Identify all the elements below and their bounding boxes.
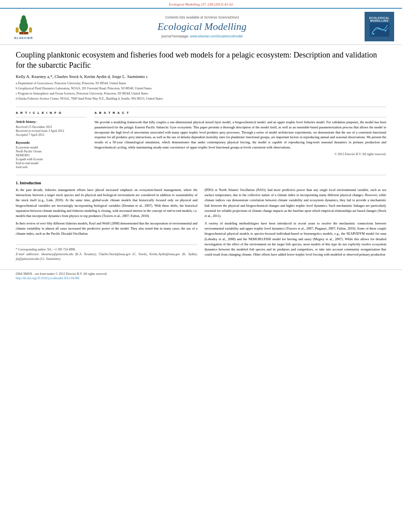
article-info-column: A R T I C L E I N F O Article history: R… bbox=[16, 111, 87, 169]
corresponding-author: * Corresponding author. Tel.: +1 305 724… bbox=[16, 247, 198, 252]
copyright: © 2012 Elsevier B.V. All rights reserved… bbox=[94, 152, 386, 156]
doi-line: http://dx.doi.org/10.1016/j.ecolmodel.20… bbox=[16, 276, 386, 280]
authors: Kelly A. Kearney a,*, Charles Stock b, K… bbox=[16, 74, 386, 79]
footnotes: * Corresponding author. Tel.: +1 305 724… bbox=[16, 245, 198, 261]
journal-homepage: journal homepage: www.elsevier.com/locat… bbox=[39, 34, 365, 38]
keyword-6: food web bbox=[16, 165, 87, 169]
svg-point-11 bbox=[385, 30, 386, 32]
keyword-3: NEMURO bbox=[16, 154, 87, 157]
journal-header: ELSEVIER Contents lists available at Sci… bbox=[0, 8, 402, 45]
svg-point-9 bbox=[373, 33, 374, 35]
body-col-right: (PDO) or North Atlantic Oscillation (NAO… bbox=[205, 187, 387, 261]
body-para-3: (PDO) or North Atlantic Oscillation (NAO… bbox=[205, 187, 387, 219]
keywords-label: Keywords: bbox=[16, 141, 87, 145]
body-columns: In the past decade, fisheries management… bbox=[16, 187, 386, 261]
body-col-left: In the past decade, fisheries management… bbox=[16, 187, 198, 261]
keywords-section: Keywords: Ecosystem model North Pacific … bbox=[16, 141, 87, 169]
section1-heading: 1. Introduction bbox=[16, 181, 386, 185]
email-addresses: E-mail addresses: kkearney@princeton.edu… bbox=[16, 252, 198, 261]
elsevier-logo: ELSEVIER bbox=[8, 14, 39, 40]
abstract-label: A B S T R A C T bbox=[94, 111, 386, 115]
accepted-date: Accepted 7 April 2012 bbox=[16, 133, 87, 137]
journal-logo-right: ECOLOGICAL MODELLING bbox=[365, 12, 394, 41]
issn-line: 0304-3800/$ – see front matter © 2012 El… bbox=[16, 272, 386, 276]
received-date: Received 15 December 2011 bbox=[16, 125, 87, 129]
article-info-abstract: A R T I C L E I N F O Article history: R… bbox=[16, 107, 386, 169]
svg-point-3 bbox=[21, 15, 26, 21]
journal-center: Contents lists available at SciVerse Sci… bbox=[39, 15, 365, 38]
body-para-1: In the past decade, fisheries management… bbox=[16, 187, 198, 219]
body-para-2: In their review of over fifty different … bbox=[16, 221, 198, 237]
elsevier-tree-icon bbox=[13, 14, 35, 35]
journal-ref-text: Ecological Modelling 237–238 (2012) 43–6… bbox=[169, 2, 233, 6]
journal-logo-icon bbox=[370, 23, 389, 37]
elsevier-label: ELSEVIER bbox=[14, 36, 33, 40]
svg-rect-5 bbox=[29, 27, 31, 32]
keyword-2: North Pacific Ocean bbox=[16, 150, 87, 153]
article-info-label: A R T I C L E I N F O bbox=[16, 111, 87, 115]
article-title: Coupling planktonic ecosystem and fisher… bbox=[16, 50, 386, 70]
journal-title: Ecological Modelling bbox=[39, 21, 365, 33]
section-divider bbox=[16, 175, 386, 175]
keyword-5: End-to-end model bbox=[16, 161, 87, 165]
svg-rect-6 bbox=[19, 32, 28, 34]
abstract-column: A B S T R A C T We provide a modeling fr… bbox=[94, 111, 386, 169]
history-label: Article history: bbox=[16, 120, 87, 124]
sciverse-line: Contents lists available at SciVerse Sci… bbox=[39, 15, 365, 19]
keyword-4: Ecopath with Ecosim bbox=[16, 158, 87, 161]
main-content: Coupling planktonic ecosystem and fisher… bbox=[0, 45, 402, 269]
svg-rect-4 bbox=[15, 27, 18, 32]
journal-reference: Ecological Modelling 237–238 (2012) 43–6… bbox=[0, 0, 402, 8]
abstract-text: We provide a modeling framework that ful… bbox=[94, 120, 386, 150]
body-para-4: A variety of modeling methodologies have… bbox=[205, 221, 387, 257]
bottom-bar: 0304-3800/$ – see front matter © 2012 El… bbox=[0, 269, 402, 282]
revised-date: Received in revised form 3 April 2012 bbox=[16, 129, 87, 133]
keyword-1: Ecosystem model bbox=[16, 146, 87, 149]
page: Ecological Modelling 237–238 (2012) 43–6… bbox=[0, 0, 402, 532]
affiliations: a Department of Geosciences, Princeton U… bbox=[16, 81, 386, 101]
svg-point-10 bbox=[379, 28, 380, 30]
